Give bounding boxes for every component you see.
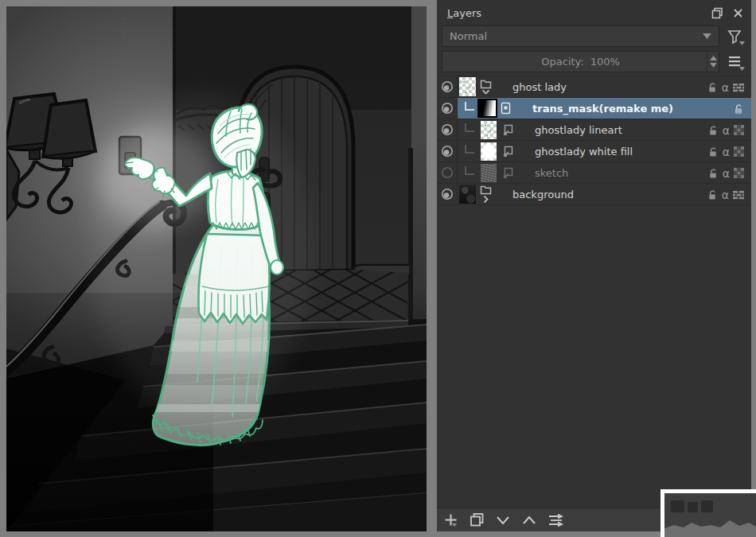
layer-row-ghostlady-lineart[interactable]: ghostlady lineart α (437, 119, 751, 141)
layer-name: background (512, 189, 574, 200)
opacity-spinner[interactable] (707, 52, 719, 72)
float-docker-button[interactable] (710, 6, 724, 20)
add-layer-button[interactable] (442, 512, 458, 528)
blend-mode-value: Normal (450, 30, 487, 42)
layer-row-background[interactable]: background α (437, 184, 751, 205)
pass-through-icon[interactable] (733, 83, 744, 92)
eye-open-icon (441, 80, 454, 93)
filter-layers-button[interactable] (723, 25, 746, 47)
lock-icon[interactable] (707, 189, 718, 200)
layer-properties-button[interactable] (548, 512, 563, 528)
eye-open-icon (441, 102, 454, 115)
layer-name: trans_mask(remake me) (532, 103, 673, 115)
layer-list: ghost lady α (437, 76, 751, 503)
layer-thumbnail[interactable] (459, 77, 476, 96)
visibility-toggle[interactable] (437, 184, 458, 204)
layer-name: ghost lady (512, 81, 567, 93)
eye-open-icon (441, 123, 454, 136)
child-indent-indicator (465, 145, 474, 154)
eye-open-icon (441, 145, 454, 158)
lock-icon[interactable] (707, 146, 719, 158)
layer-row-ghost-lady[interactable]: ghost lady α (437, 76, 751, 98)
chevron-down-icon (703, 33, 711, 39)
lock-icon[interactable] (733, 103, 744, 115)
layer-row-sketch[interactable]: sketch α (437, 162, 751, 184)
alpha-lock-icon[interactable]: α (723, 125, 730, 136)
child-indent-indicator (465, 123, 474, 132)
layers-docker: Layers Normal Opacity: 1 (437, 0, 751, 531)
layer-row-ghostlady-white-fill[interactable]: ghostlady white fill α (437, 141, 751, 162)
paint-layer-icon (501, 124, 513, 136)
visibility-toggle[interactable] (437, 162, 458, 183)
move-layer-down-button[interactable] (495, 512, 511, 528)
layer-row-trans-mask[interactable]: trans_mask(remake me) (437, 98, 751, 119)
docker-title: Layers (447, 7, 703, 19)
canvas-viewport[interactable] (6, 6, 427, 531)
pass-through-icon[interactable] (733, 190, 744, 200)
blend-mode-select[interactable]: Normal (442, 25, 719, 47)
opacity-label: Opacity: (541, 56, 583, 68)
lock-icon[interactable] (707, 82, 718, 93)
group-layer-icon[interactable] (479, 80, 492, 95)
layer-thumbnail[interactable] (481, 164, 497, 182)
layer-name: sketch (535, 167, 568, 179)
lock-icon[interactable] (707, 168, 719, 179)
chevron-down-icon (739, 67, 745, 71)
alpha-lock-icon[interactable]: α (723, 146, 730, 158)
child-indent-indicator (465, 102, 474, 111)
alpha-lock-icon[interactable]: α (722, 82, 729, 93)
alpha-lock-icon[interactable]: α (723, 168, 730, 179)
canvas-artwork (6, 6, 427, 531)
layer-thumbnail[interactable] (459, 185, 476, 204)
visibility-toggle[interactable] (437, 76, 458, 97)
move-layer-up-button[interactable] (521, 512, 537, 528)
chevron-down-icon (739, 41, 745, 45)
spin-down-icon[interactable] (710, 63, 717, 68)
alpha-lock-icon[interactable]: α (722, 189, 729, 200)
eye-closed-icon (441, 166, 454, 179)
visibility-toggle[interactable] (437, 98, 458, 119)
chevron-down-icon[interactable] (452, 523, 457, 527)
opacity-slider[interactable]: Opacity: 100% (442, 51, 719, 72)
krita-window: Layers Normal Opacity: 1 (0, 0, 756, 537)
mask-thumbnail[interactable] (477, 99, 497, 118)
overlay-preview-content (664, 493, 756, 537)
overlay-preview-window[interactable] (661, 489, 756, 537)
visibility-toggle[interactable] (437, 141, 458, 161)
transparency-mask-icon (500, 102, 511, 115)
visibility-toggle[interactable] (437, 119, 458, 140)
inherit-alpha-icon[interactable] (734, 168, 744, 178)
layer-thumbnail[interactable] (481, 142, 497, 161)
spin-up-icon[interactable] (710, 56, 717, 60)
inherit-alpha-icon[interactable] (734, 125, 744, 135)
group-layer-icon[interactable] (479, 185, 492, 204)
lock-icon[interactable] (707, 125, 719, 136)
chevron-right-icon[interactable] (483, 195, 489, 204)
eye-open-icon (441, 188, 454, 200)
chevron-down-icon[interactable] (481, 89, 490, 95)
layer-thumbnail[interactable] (481, 121, 497, 139)
child-indent-indicator (465, 166, 474, 175)
layer-options-menu-button[interactable] (723, 51, 746, 72)
layer-name: ghostlady lineart (535, 124, 622, 136)
paint-layer-icon (501, 146, 513, 158)
layer-name: ghostlady white fill (535, 146, 633, 158)
inherit-alpha-icon[interactable] (734, 146, 744, 157)
paint-layer-icon (501, 167, 513, 179)
duplicate-layer-button[interactable] (469, 512, 485, 528)
close-docker-button[interactable] (731, 6, 745, 20)
opacity-value: 100% (590, 56, 620, 68)
docker-titlebar[interactable]: Layers (437, 0, 751, 24)
